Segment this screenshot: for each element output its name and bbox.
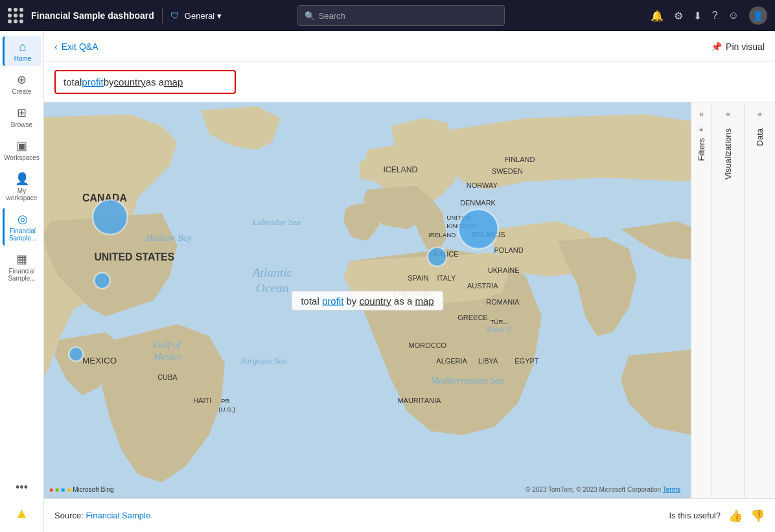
svg-text:ITALY: ITALY (437, 274, 457, 282)
svg-text:MOROCCO: MOROCCO (409, 341, 447, 349)
query-input-box[interactable]: total profit by country as a map (54, 70, 236, 94)
filters-collapse-button[interactable]: « (693, 105, 711, 123)
sidebar: ⌂ Home ⊕ Create ⊞ Browse ▣ Workspaces 👤 … (0, 31, 44, 532)
sidebar-item-create[interactable]: ⊕ Create (3, 69, 41, 99)
qa-header: ‹ Exit Q&A 📌 Pin visual (44, 31, 775, 62)
pin-visual-button[interactable]: 📌 Pin visual (711, 41, 765, 52)
user-avatar[interactable]: 👤 (749, 6, 767, 25)
svg-text:Hudson Bay: Hudson Bay (145, 233, 193, 243)
svg-text:FINLAND: FINLAND (504, 156, 535, 163)
svg-text:Labrador Sea: Labrador Sea (252, 217, 301, 227)
svg-text:MEXICO: MEXICO (82, 356, 117, 365)
data-label: Data (755, 128, 765, 146)
svg-text:ALGERIA: ALGERIA (436, 357, 467, 365)
back-arrow-icon: ‹ (54, 41, 58, 52)
download-icon[interactable]: ⬇ (693, 10, 702, 22)
settings-icon[interactable]: ⚙ (674, 10, 683, 22)
svg-text:Black S...: Black S... (487, 325, 517, 333)
useful-section: Is this useful? 👍 👎 (669, 509, 765, 523)
svg-text:ICELAND: ICELAND (383, 165, 417, 174)
svg-text:NORWAY: NORWAY (467, 181, 498, 189)
search-icon: 🔍 (305, 11, 315, 21)
powerbi-logo: ▲ (15, 505, 29, 527)
svg-text:Mediterranean Sea: Mediterranean Sea (430, 375, 504, 386)
app-title: Financial Sample dashboard (31, 10, 154, 21)
svg-text:Sargasso Sea: Sargasso Sea (240, 356, 287, 365)
nav-icon-group: 🔔 ⚙ ⬇ ? ☺ 👤 (651, 6, 767, 25)
svg-text:SPAIN: SPAIN (408, 274, 428, 282)
query-text-map: map (164, 76, 183, 87)
financial-report-icon: ▦ (16, 252, 27, 266)
visualizations-panel: « Visualizations (711, 102, 744, 498)
sidebar-item-browse[interactable]: ⊞ Browse (3, 102, 41, 132)
svg-text:UKRAINE: UKRAINE (488, 266, 520, 274)
query-text-total: total (64, 76, 82, 87)
query-text-country: country (114, 76, 146, 87)
map-copyright: © 2023 TomTom, © 2023 Microsoft Corporat… (526, 486, 680, 493)
sidebar-item-financial-1[interactable]: ◎ Financial Sample... (3, 208, 41, 246)
query-text-by: by (104, 76, 114, 87)
svg-point-45 (428, 248, 446, 266)
thumbs-down-button[interactable]: 👎 (750, 509, 765, 523)
sidebar-item-my-workspace[interactable]: 👤 My workspace (3, 168, 41, 205)
data-collapse-button[interactable]: « (751, 105, 769, 123)
footer-area: Source: Financial Sample Is this useful?… (44, 498, 775, 532)
my-workspace-icon: 👤 (15, 172, 29, 186)
svg-text:Ocean: Ocean (256, 281, 289, 295)
home-icon: ⌂ (19, 40, 27, 54)
global-search[interactable]: 🔍 Search (297, 5, 505, 26)
svg-text:(U.S.): (U.S.) (218, 406, 235, 413)
svg-text:HAITI: HAITI (193, 397, 211, 404)
svg-text:SWEDEN: SWEDEN (492, 167, 523, 175)
svg-text:GREECE: GREECE (457, 314, 487, 321)
bing-logo: ■■■■ Microsoft Bing (49, 486, 114, 493)
notifications-icon[interactable]: 🔔 (651, 10, 664, 22)
thumbs-up-button[interactable]: 👍 (728, 509, 743, 523)
svg-text:ROMANIA: ROMANIA (486, 298, 520, 306)
svg-point-43 (69, 347, 83, 362)
content-area: ‹ Exit Q&A 📌 Pin visual total profit by … (44, 31, 775, 532)
filters-label: Filters (697, 138, 706, 161)
sidebar-item-workspaces[interactable]: ▣ Workspaces (3, 135, 41, 165)
svg-text:IRELAND: IRELAND (428, 231, 456, 238)
workspaces-icon: ▣ (16, 139, 27, 153)
svg-text:Gulf of: Gulf of (154, 340, 181, 350)
svg-text:Mexico: Mexico (153, 351, 181, 362)
workspace-selector[interactable]: General ▾ (185, 11, 222, 21)
main-layout: ⌂ Home ⊕ Create ⊞ Browse ▣ Workspaces 👤 … (0, 31, 775, 532)
pin-icon: 📌 (711, 41, 722, 52)
sidebar-item-home[interactable]: ⌂ Home (3, 36, 41, 66)
svg-point-44 (459, 209, 498, 249)
query-text-as-a: as a (146, 76, 164, 87)
svg-text:AUSTRIA: AUSTRIA (467, 282, 498, 290)
app-menu-icon[interactable] (8, 8, 23, 23)
chevron-down-icon: ▾ (217, 11, 222, 21)
svg-text:CUBA: CUBA (157, 373, 178, 381)
filter-lines-icon: ≡ (700, 126, 704, 133)
help-icon[interactable]: ? (712, 10, 718, 21)
right-panels: « ≡ Filters « Visualizations « Data (691, 102, 775, 498)
feedback-icon[interactable]: ☺ (728, 10, 739, 21)
svg-text:PORTUGAL: PORTUGAL (393, 290, 432, 297)
exit-qa-button[interactable]: ‹ Exit Q&A (54, 41, 98, 52)
terms-link[interactable]: Terms (663, 486, 680, 493)
svg-point-41 (93, 200, 128, 235)
map-visualization[interactable]: Atlantic Ocean CANADA UNITED STATES MEXI… (44, 102, 691, 498)
svg-text:DENMARK: DENMARK (460, 199, 496, 207)
financial-dashboard-icon: ◎ (17, 212, 28, 226)
query-container: total profit by country as a map (44, 62, 775, 102)
data-panel: « Data (744, 102, 775, 498)
sidebar-item-financial-2[interactable]: ▦ Financial Sample... (3, 248, 41, 286)
svg-text:LIBYA: LIBYA (478, 357, 498, 365)
query-text-profit: profit (82, 76, 103, 87)
sidebar-more-button[interactable]: ••• (10, 476, 33, 500)
svg-text:PR: PR (221, 397, 230, 404)
svg-text:UNITED STATES: UNITED STATES (94, 251, 174, 262)
source-link[interactable]: Financial Sample (86, 511, 150, 520)
visualizations-collapse-button[interactable]: « (719, 105, 737, 123)
svg-text:TÜR...: TÜR... (490, 318, 508, 325)
source-text: Source: Financial Sample (54, 511, 150, 520)
nav-divider (162, 8, 163, 23)
map-panels-area: Atlantic Ocean CANADA UNITED STATES MEXI… (44, 102, 775, 498)
svg-text:EGYPT: EGYPT (515, 357, 539, 365)
